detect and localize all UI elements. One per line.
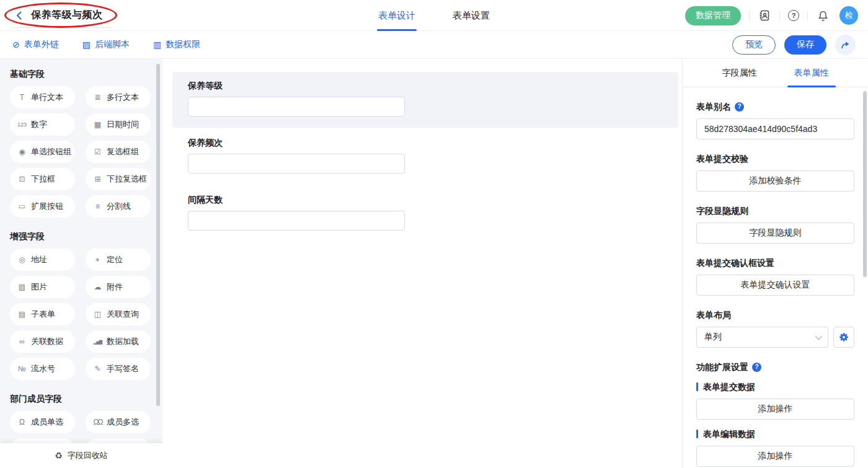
palette-label: 分割线 [107, 201, 131, 212]
field-input-interval-days[interactable] [188, 211, 405, 231]
palette-item-multi-line-text[interactable]: ≣多行文本 [86, 86, 151, 108]
backend-script[interactable]: ▨ 后端脚本 [82, 39, 130, 50]
palette-item-extend-button[interactable]: ▭扩展按钮 [10, 195, 75, 218]
palette-item-image[interactable]: ▧图片 [10, 276, 75, 298]
palette-item-member-multi[interactable]: ΩΩ成员多选 [86, 411, 151, 433]
data-permission[interactable]: ▥ 数据权限 [153, 39, 200, 50]
bell-icon[interactable] [816, 9, 830, 22]
palette-label: 流水号 [31, 363, 55, 374]
field-label: 保养等级 [188, 81, 663, 91]
palette-item-member-single[interactable]: Ω成员单选 [10, 411, 75, 433]
palette-item-related-data[interactable]: ∞关联数据 [10, 330, 75, 353]
extension-settings-heading: 功能扩展设置 ? [696, 361, 854, 373]
divider [779, 11, 780, 20]
workspace: 基础字段 T单行文本 ≣多行文本 123数字 ▦日期时间 ◉单选按钮组 ☑复选框… [0, 59, 868, 468]
palette-item-signature[interactable]: ✎手写签名 [86, 358, 151, 380]
submit-confirm-button[interactable]: 表单提交确认设置 [696, 275, 854, 296]
help-icon[interactable]: ? [752, 363, 761, 372]
field-input-maintenance-frequency[interactable] [188, 154, 405, 174]
data-manage-button[interactable]: 数据管理 [685, 6, 741, 25]
palette-label: 附件 [107, 281, 123, 293]
form-external-link[interactable]: ⊘ 表单外链 [12, 39, 59, 50]
palette-item-related-query[interactable]: ◫关联查询 [86, 303, 151, 325]
share-button[interactable] [835, 35, 856, 55]
extend-button-icon: ▭ [17, 203, 27, 210]
avatar[interactable]: 检 [839, 6, 858, 25]
palette-item-dropdown[interactable]: ⊡下拉框 [10, 168, 75, 190]
datetime-icon: ▦ [93, 121, 102, 128]
palette-label: 数字 [31, 119, 47, 130]
palette-item-datetime[interactable]: ▦日期时间 [86, 113, 151, 136]
layout-select-value: 单列 [704, 332, 722, 343]
panel-scrollbar[interactable] [863, 91, 867, 277]
canvas-field-maintenance-level[interactable]: 保养等级 [172, 72, 678, 128]
image-icon: ▧ [17, 283, 27, 291]
tab-field-properties[interactable]: 字段属性 [722, 59, 757, 87]
form-external-link-label: 表单外链 [24, 39, 59, 50]
save-button[interactable]: 保存 [784, 35, 826, 55]
palette-item-radio-group[interactable]: ◉单选按钮组 [10, 141, 75, 163]
palette-label: 下拉复选框 [107, 174, 147, 185]
signature-icon: ✎ [93, 365, 102, 373]
palette-item-address[interactable]: ◎地址 [10, 249, 75, 271]
toolbar-actions: 预览 保存 [732, 35, 856, 55]
palette-item-multi-dropdown[interactable]: ⊞下拉复选框 [86, 168, 151, 190]
tab-form-properties[interactable]: 表单属性 [794, 59, 829, 87]
help-icon[interactable]: ? [788, 10, 799, 21]
palette-item-serial-number[interactable]: №流水号 [10, 358, 75, 380]
preview-button[interactable]: 预览 [732, 35, 776, 55]
group-marker [696, 382, 698, 391]
palette-item-attachment[interactable]: ☁附件 [86, 276, 151, 298]
canvas-field-maintenance-frequency[interactable]: 保养频次 [172, 129, 678, 185]
layout-select[interactable]: 单列 [696, 327, 828, 348]
palette-label: 地址 [31, 254, 47, 265]
data-permission-icon: ▥ [153, 40, 161, 49]
form-alias-heading: 表单别名 ? [696, 101, 854, 112]
field-visibility-heading: 字段显隐规则 [696, 205, 854, 216]
palette-item-checkbox-group[interactable]: ☑复选框组 [86, 141, 151, 163]
chevron-down-icon [815, 333, 822, 340]
field-recycle-bin-label: 字段回收站 [68, 450, 108, 461]
form-layout-heading: 表单布局 [696, 309, 854, 320]
palette-item-location[interactable]: ⌖定位 [86, 249, 151, 271]
back-button[interactable] [14, 10, 25, 21]
form-canvas: 保养等级 保养频次 间隔天数 [162, 59, 682, 468]
layout-settings-button[interactable] [833, 327, 854, 348]
gear-icon [839, 332, 849, 342]
palette-label: 手写签名 [107, 363, 139, 374]
field-label: 保养频次 [188, 138, 663, 148]
properties-body: 表单别名 ? 表单提交校验 添加校验条件 字段显隐规则 字段显隐规则 表单提交确… [683, 101, 868, 467]
edit-data-add-action-button[interactable]: 添加操作 [696, 446, 854, 467]
tab-form-settings[interactable]: 表单设置 [453, 0, 490, 31]
tab-form-design[interactable]: 表单设计 [378, 0, 415, 31]
tab-field-properties-label: 字段属性 [722, 68, 757, 77]
palette-item-subform[interactable]: ▤子表单 [10, 303, 75, 325]
divider [807, 11, 808, 20]
multi-line-text-icon: ≣ [93, 94, 102, 101]
sidebar-scrollbar[interactable] [156, 64, 160, 406]
member-multi-icon: ΩΩ [93, 418, 102, 426]
palette-item-data-load[interactable]: ▂▅▇数据加载 [86, 330, 151, 353]
submit-validation-heading: 表单提交校验 [696, 153, 854, 164]
field-recycle-bin[interactable]: ♻ 字段回收站 [0, 443, 162, 468]
subform-icon: ▤ [17, 311, 27, 318]
form-alias-input[interactable] [696, 118, 854, 139]
number-icon: 123 [17, 122, 27, 128]
palette-item-number[interactable]: 123数字 [10, 113, 75, 136]
field-input-maintenance-level[interactable] [188, 97, 405, 117]
divider [749, 11, 750, 20]
palette-item-divider-line[interactable]: ≡分割线 [86, 195, 151, 218]
add-validation-button[interactable]: 添加校验条件 [696, 170, 854, 192]
chevron-left-icon [14, 11, 24, 20]
directory-icon[interactable] [758, 9, 771, 22]
group-marker [696, 430, 698, 438]
share-arrow-icon [840, 40, 851, 50]
palette-item-single-line-text[interactable]: T单行文本 [10, 86, 75, 108]
canvas-field-interval-days[interactable]: 间隔天数 [172, 186, 678, 242]
enhanced-fields-grid: ◎地址 ⌖定位 ▧图片 ☁附件 ▤子表单 ◫关联查询 ∞关联数据 ▂▅▇数据加载… [10, 249, 151, 380]
help-icon[interactable]: ? [735, 102, 744, 112]
palette-label: 多行文本 [107, 92, 139, 103]
data-load-icon: ▂▅▇ [93, 340, 102, 344]
field-visibility-button[interactable]: 字段显隐规则 [696, 223, 854, 244]
submit-data-add-action-button[interactable]: 添加操作 [696, 399, 854, 420]
